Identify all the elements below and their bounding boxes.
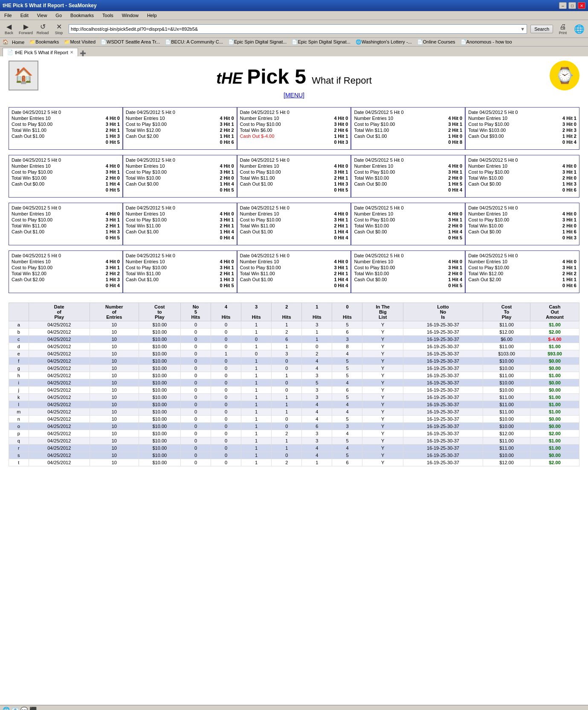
menu-view[interactable]: View (35, 12, 50, 19)
page-header: 🏠 ⌚ tHE Pick 5 What if Report [MENU] (0, 56, 588, 103)
card-hit0: 0 Hit 5 (12, 187, 120, 193)
menu-go[interactable]: Go (53, 12, 64, 19)
cell-h5: 0 (180, 358, 211, 365)
cell-cost2: $10.00 (483, 416, 530, 423)
cell-h5: 0 (180, 365, 211, 372)
bm-epic1[interactable]: 📄Epic Spin Digital Signat... (226, 39, 289, 45)
cell-cash: $2.00 (530, 329, 579, 336)
card-hit0: 0 Hit 5 (12, 139, 120, 145)
cell-date: 04/25/2012 (29, 321, 90, 329)
cell-section: l (9, 401, 29, 408)
cell-h2: 0 (272, 365, 302, 372)
forward-button[interactable]: ▶ Forward (19, 23, 33, 35)
stop-button[interactable]: ✕ Stop (52, 23, 65, 35)
menu-bookmarks[interactable]: Bookmarks (68, 12, 96, 19)
cell-cost2: $10.00 (483, 365, 530, 372)
menu-help[interactable]: Help (145, 12, 159, 19)
cell-inlist: Y (362, 358, 403, 365)
tab-close-icon[interactable]: ✕ (70, 50, 73, 55)
menu-link[interactable]: [MENU] (0, 92, 588, 99)
dropdown-icon[interactable]: ▼ (520, 26, 525, 32)
back-button[interactable]: ◀ Back (3, 23, 15, 35)
cell-inlist: Y (362, 401, 403, 408)
cell-h2: 0 (272, 358, 302, 365)
card-win: Total Win $11.00 2 Hit 1 (12, 223, 120, 229)
card-win: Total Win $11.00 2 Hit 1 (12, 127, 120, 133)
card-cashout: Cash Out $1.00 1 Hit 3 (12, 229, 120, 235)
cell-h4: 0 (211, 437, 241, 445)
card-date: Date 04/25/2012 5 Hit 0 (12, 205, 120, 211)
maximize-button[interactable]: □ (568, 2, 576, 9)
address-input[interactable] (71, 26, 520, 32)
cards-row-0: Date 04/25/2012 5 Hit 0 Number Entries 1… (9, 107, 579, 150)
bm-wa-lottery[interactable]: 🌐Washington's Lottery -... (354, 39, 414, 45)
cell-cost: $10.00 (139, 423, 180, 430)
cell-inlist: Y (362, 336, 403, 343)
card-3-4: Date 04/25/2012 5 Hit 0 Number Entries 1… (465, 250, 579, 293)
cell-h4: 0 (211, 430, 241, 437)
card-cashout: Cash Out $1.00 1 Hit 4 (126, 229, 234, 235)
card-cost: Cost to Play $10.00 3 Hit 1 (240, 265, 348, 271)
cell-h3: 1 (241, 408, 272, 416)
cell-cost: $10.00 (139, 321, 180, 329)
bm-becu[interactable]: 📄BECU: A Community C... (163, 39, 225, 45)
new-tab-button[interactable]: ➕ (80, 50, 86, 56)
bm-bookmarks[interactable]: 📁Bookmarks (28, 39, 61, 45)
cell-cash: $1.00 (530, 372, 579, 379)
cell-h1: 3 (302, 372, 332, 379)
cell-cash: $1.00 (530, 445, 579, 452)
table-row: h 04/25/2012 10 $10.00 0 0 1 1 3 5 Y 16-… (9, 372, 579, 379)
active-tab[interactable]: 📄 tHE Pick 5 What if Report ✕ (3, 48, 78, 56)
table-row: b 04/25/2012 10 $10.00 0 0 1 2 1 6 Y 16-… (9, 329, 579, 336)
cell-h3: 0 (241, 350, 272, 358)
cell-h0: 3 (332, 423, 362, 430)
cell-entries: 10 (90, 329, 139, 336)
cell-cost: $10.00 (139, 430, 180, 437)
cell-inlist: Y (362, 350, 403, 358)
card-0-0: Date 04/25/2012 5 Hit 0 Number Entries 1… (9, 107, 123, 150)
bm-wsdot[interactable]: 📄WSDOT Seattle Area Tr... (99, 39, 162, 45)
cell-cash: $0.00 (530, 416, 579, 423)
cell-cash: $1.00 (530, 321, 579, 329)
bm-anon[interactable]: 📄Anonomous - how too (459, 39, 514, 45)
menu-edit[interactable]: Edit (18, 12, 31, 19)
cell-h1: 3 (302, 430, 332, 437)
cell-h3: 0 (241, 336, 272, 343)
reload-button[interactable]: ↺ Reload (36, 23, 49, 35)
menu-window[interactable]: Window (119, 12, 141, 19)
cell-entries: 10 (90, 459, 139, 466)
cell-h4: 0 (211, 321, 241, 329)
bm-home[interactable]: Home (10, 39, 26, 45)
menu-tools[interactable]: Tools (100, 12, 116, 19)
search-button[interactable]: Search (530, 25, 553, 33)
minimize-button[interactable]: – (559, 2, 567, 9)
table-row: k 04/25/2012 10 $10.00 0 0 1 1 3 5 Y 16-… (9, 394, 579, 401)
print-button[interactable]: 🖨 Print (556, 23, 569, 35)
cell-section: e (9, 350, 29, 358)
cell-entries: 10 (90, 358, 139, 365)
cell-entries: 10 (90, 387, 139, 394)
bm-online-courses[interactable]: 📄Online Courses (415, 39, 457, 45)
card-cashout: Cash Out $-4.00 1 Hit 1 (240, 133, 348, 139)
cell-h3: 1 (241, 437, 272, 445)
cell-lotto: 16-19-25-30-37 (403, 452, 483, 459)
card-entries: Number Entries 10 4 Hit 0 (12, 259, 120, 265)
close-button[interactable]: ✕ (578, 2, 585, 9)
cell-lotto: 16-19-25-30-37 (403, 459, 483, 466)
card-cashout: Cash Out $0.00 1 Hit 4 (354, 276, 462, 282)
card-date: Date 04/25/2012 5 Hit 0 (12, 109, 120, 115)
card-hit0: 0 Hit 3 (468, 235, 576, 241)
menu-file[interactable]: File (2, 12, 14, 19)
cell-cost2: $6.00 (483, 336, 530, 343)
cell-section: m (9, 408, 29, 416)
card-cashout: Cash Out $0.00 1 Hit 4 (126, 181, 234, 187)
bm-epic2[interactable]: 📄Epic Spin Digital Signat... (290, 39, 352, 45)
cell-h5: 0 (180, 408, 211, 416)
cell-cost: $10.00 (139, 379, 180, 387)
bm-most-visited[interactable]: 📁Most Visited (62, 39, 97, 45)
cell-h3: 1 (241, 365, 272, 372)
card-date: Date 04/25/2012 5 Hit 0 (126, 253, 234, 259)
cell-cost: $10.00 (139, 365, 180, 372)
card-cashout: Cash Out $0.00 1 Hit 6 (468, 229, 576, 235)
card-0-3: Date 04/25/2012 5 Hit 0 Number Entries 1… (351, 107, 465, 150)
